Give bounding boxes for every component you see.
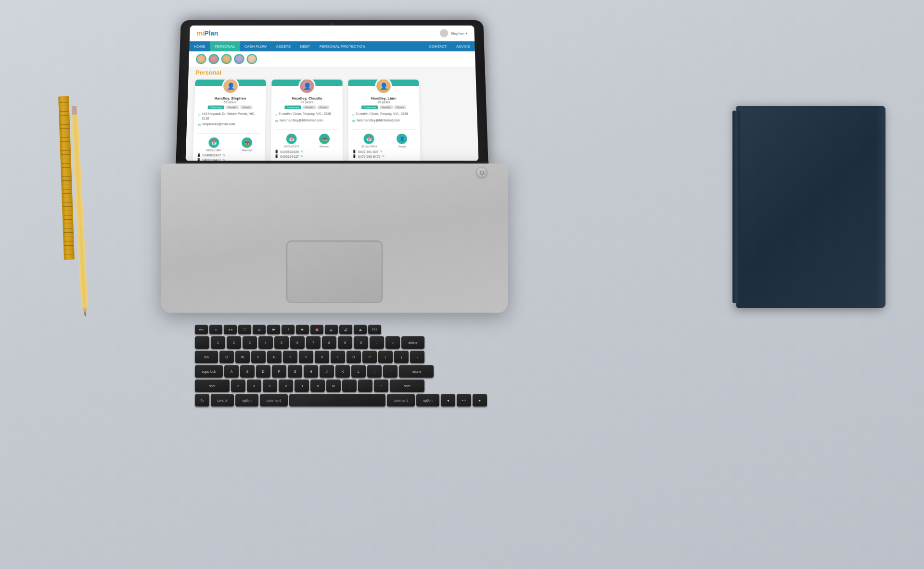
key-f3[interactable]: ⛶: [238, 325, 251, 334]
key-period[interactable]: .: [358, 379, 372, 392]
key-tab[interactable]: tab: [195, 351, 218, 363]
tab-health-1[interactable]: Health: [226, 105, 239, 109]
key-s[interactable]: S: [240, 365, 255, 378]
key-minus[interactable]: -: [370, 336, 384, 349]
key-2[interactable]: 2: [227, 336, 241, 349]
avatar-3[interactable]: [221, 54, 232, 64]
nav-cashflow[interactable]: CASH FLOW: [240, 41, 271, 51]
key-c[interactable]: C: [263, 379, 277, 392]
key-0[interactable]: 0: [354, 336, 368, 349]
key-k[interactable]: K: [335, 365, 350, 378]
key-f6[interactable]: ⏸: [282, 325, 295, 334]
tab-summary-3[interactable]: Summary: [361, 105, 378, 109]
key-3[interactable]: 3: [243, 336, 257, 349]
edit-phone1-3[interactable]: ✎: [380, 150, 383, 154]
key-return[interactable]: return: [399, 365, 434, 378]
key-e[interactable]: E: [251, 351, 266, 363]
user-menu[interactable]: Stephen ▾: [440, 29, 468, 38]
nav-assets[interactable]: ASSETS: [271, 41, 295, 51]
nav-protection[interactable]: PERSONAL PROTECTION: [315, 41, 370, 51]
key-f8[interactable]: 🔇: [310, 325, 323, 334]
key-8[interactable]: 8: [322, 336, 336, 349]
key-f11[interactable]: ⏏: [354, 325, 367, 334]
key-u[interactable]: U: [315, 351, 329, 363]
trackpad[interactable]: [286, 240, 383, 303]
key-f[interactable]: F: [272, 365, 286, 378]
key-comma[interactable]: ,: [342, 379, 357, 392]
tab-summary-2[interactable]: Summary: [284, 105, 301, 109]
key-9[interactable]: 9: [338, 336, 352, 349]
tab-employment-1[interactable]: Goals: [240, 105, 252, 109]
key-7[interactable]: 7: [306, 336, 321, 349]
nav-home[interactable]: HOME: [189, 41, 210, 51]
key-slash[interactable]: /: [374, 379, 388, 392]
nav-advice[interactable]: ADVICE: [451, 41, 475, 51]
key-f12[interactable]: F12: [368, 325, 381, 334]
key-h[interactable]: H: [304, 365, 318, 378]
key-6[interactable]: 6: [290, 336, 305, 349]
key-lcommand[interactable]: command: [260, 394, 288, 406]
key-lshift[interactable]: shift: [195, 379, 230, 392]
key-esc[interactable]: esc: [195, 325, 208, 334]
key-left[interactable]: ◄: [441, 394, 455, 406]
tab-summary-1[interactable]: Summary: [207, 105, 224, 109]
key-j[interactable]: J: [320, 365, 334, 378]
key-o[interactable]: O: [346, 351, 361, 363]
key-w[interactable]: W: [235, 351, 250, 363]
key-v[interactable]: V: [279, 379, 293, 392]
key-r[interactable]: R: [267, 351, 282, 363]
avatar-1[interactable]: [196, 54, 206, 64]
key-m[interactable]: M: [326, 379, 341, 392]
key-loption[interactable]: option: [235, 394, 258, 406]
key-b[interactable]: B: [295, 379, 309, 392]
key-roption[interactable]: option: [416, 394, 439, 406]
key-right[interactable]: ►: [473, 394, 487, 406]
avatar-4[interactable]: [234, 54, 244, 64]
key-equals[interactable]: =: [385, 336, 400, 349]
tab-employment-3[interactable]: Goals: [394, 105, 406, 109]
key-5[interactable]: 5: [274, 336, 289, 349]
key-backslash[interactable]: \: [410, 351, 424, 363]
key-l[interactable]: L: [351, 365, 366, 378]
edit-phone2-3[interactable]: ✎: [382, 155, 385, 159]
key-n[interactable]: N: [310, 379, 325, 392]
key-space[interactable]: [289, 394, 385, 406]
tab-employment-2[interactable]: Goals: [317, 105, 329, 109]
key-4[interactable]: 4: [258, 336, 273, 349]
key-1[interactable]: 1: [211, 336, 225, 349]
key-a[interactable]: A: [224, 365, 239, 378]
key-backtick[interactable]: `: [195, 336, 209, 349]
tab-health-2[interactable]: Health: [303, 105, 316, 109]
key-z[interactable]: Z: [231, 379, 245, 392]
key-delete[interactable]: delete: [401, 336, 424, 349]
key-f7[interactable]: ⏭: [296, 325, 309, 334]
nav-personal[interactable]: PERSONAL: [210, 41, 240, 51]
key-d[interactable]: D: [256, 365, 270, 378]
key-g[interactable]: G: [288, 365, 302, 378]
key-f1[interactable]: ☀: [209, 325, 222, 334]
key-fn[interactable]: fn: [195, 394, 209, 406]
key-t[interactable]: T: [283, 351, 297, 363]
key-f9[interactable]: 🔉: [325, 325, 338, 334]
nav-debt[interactable]: DEBT: [295, 41, 315, 51]
key-updown[interactable]: ▲▼: [457, 394, 471, 406]
key-quote[interactable]: ': [383, 365, 398, 378]
key-q[interactable]: Q: [219, 351, 234, 363]
nav-contact[interactable]: CONTACT: [424, 41, 451, 51]
key-x[interactable]: X: [247, 379, 261, 392]
edit-phone1-1[interactable]: ✎: [223, 153, 226, 157]
key-f2[interactable]: ☀☀: [224, 325, 237, 334]
key-capslock[interactable]: cops lock: [195, 365, 223, 378]
power-button[interactable]: ⏻: [476, 167, 487, 177]
key-p[interactable]: P: [362, 351, 377, 363]
key-rcommand[interactable]: command: [387, 394, 415, 406]
edit-phone2-2[interactable]: ✎: [300, 155, 303, 159]
key-y[interactable]: Y: [299, 351, 313, 363]
key-control[interactable]: control: [211, 394, 234, 406]
key-semicolon[interactable]: ;: [367, 365, 382, 378]
tab-health-3[interactable]: Health: [380, 105, 393, 109]
key-f4[interactable]: ⊞: [253, 325, 266, 334]
edit-phone1-2[interactable]: ✎: [300, 150, 303, 154]
key-i[interactable]: I: [331, 351, 345, 363]
key-f10[interactable]: 🔊: [339, 325, 352, 334]
